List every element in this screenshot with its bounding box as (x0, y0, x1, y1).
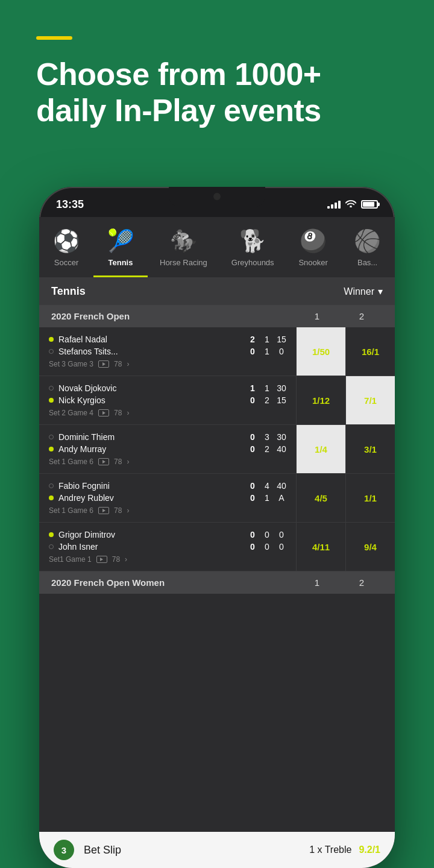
tennis-icon: 🎾 (107, 228, 134, 254)
chevron-down-icon: ▾ (378, 286, 383, 297)
bet-treble-odds: 9.2/1 (359, 844, 380, 855)
accent-bar (36, 36, 72, 40)
sport-navigation: ⚽ Soccer 🎾 Tennis 🏇 Horse Racing 🐕 Greyh… (39, 217, 395, 278)
tournament-name-1: 2020 French Open (51, 311, 130, 321)
greyhounds-icon: 🐕 (239, 228, 266, 254)
player-row-1: Rafael Nadal 2 1 15 (49, 335, 286, 344)
live-stream-icon-2 (98, 409, 109, 417)
table-row: Grigor Dimitrov 0 0 0 John Isner (39, 523, 395, 571)
status-time: 13:35 (56, 198, 84, 211)
battery-icon (361, 200, 378, 209)
table-row: Fabio Fognini 0 4 40 Andrey Rublev (39, 474, 395, 523)
tournament-col-headers-2: 1 2 (296, 577, 383, 588)
player-row-4: Nick Kyrgios 0 2 15 (49, 395, 286, 405)
basketball-icon: 🏀 (354, 228, 381, 254)
match-odds: 1/50 16/1 (296, 327, 395, 376)
player-row-5: Dominic Thiem 0 3 30 (49, 432, 286, 442)
soccer-icon: ⚽ (53, 228, 80, 254)
viewers-gt: › (127, 360, 129, 368)
tournament-header-1: 2020 French Open 1 2 (39, 305, 395, 327)
tennis-label: Tennis (108, 258, 133, 267)
match-meta-2: Set 2 Game 4 78 › (49, 409, 286, 417)
wifi-icon (345, 199, 356, 210)
odds-cell-10[interactable]: 9/4 (345, 523, 395, 571)
odds-cell-3[interactable]: 1/12 (296, 376, 345, 424)
odds-value-1: 1/50 (312, 347, 330, 357)
greyhounds-label: Greyhounds (231, 258, 274, 267)
basketball-label: Bas... (357, 258, 377, 267)
sidebar-item-basketball[interactable]: 🏀 Bas... (341, 228, 395, 277)
tournament-header-2: 2020 French Open Women 1 2 (39, 571, 395, 594)
sidebar-item-tennis[interactable]: 🎾 Tennis (93, 228, 148, 277)
snooker-icon: 🎱 (300, 228, 327, 254)
live-stream-icon-3 (98, 458, 109, 465)
viewers: 78 (114, 360, 122, 368)
table-row: Dominic Thiem 0 3 30 Andy Murray (39, 425, 395, 474)
col-header-2: 2 (341, 311, 383, 321)
horse-racing-label: Horse Racing (160, 258, 207, 267)
odds-cell-4[interactable]: 7/1 (345, 376, 395, 424)
odds-cell-2[interactable]: 16/1 (345, 327, 395, 376)
headline: Choose from 1000+daily In-Play events (36, 57, 398, 129)
serving-dot-3 (49, 447, 54, 451)
tournament-1: 2020 French Open 1 2 Rafael Nadal (39, 305, 395, 594)
sidebar-item-soccer[interactable]: ⚽ Soccer (39, 228, 93, 277)
bet-slip[interactable]: 3 Bet Slip 1 x Treble 9.2/1 (39, 832, 395, 868)
serving-dot-2 (49, 398, 54, 403)
live-stream-icon (98, 360, 109, 368)
live-stream-icon-5 (96, 556, 107, 563)
winner-dropdown[interactable]: Winner ▾ (344, 286, 383, 297)
match-meta: Set 3 Game 3 78 › (49, 360, 286, 368)
player-row-3: Novak Djokovic 1 1 30 (49, 383, 286, 393)
section-header: Tennis Winner ▾ (39, 278, 395, 305)
matches-scroll[interactable]: 2020 French Open 1 2 Rafael Nadal (39, 305, 395, 868)
score-group-2: 0 1 0 (248, 347, 286, 356)
sidebar-item-greyhounds[interactable]: 🐕 Greyhounds (219, 228, 286, 277)
odds-cell-5[interactable]: 1/4 (296, 425, 345, 473)
serving-dot (49, 337, 54, 342)
odds-cell-9[interactable]: 4/11 (296, 523, 345, 571)
player-row-2: Stefanos Tsits... 0 1 0 (49, 347, 286, 356)
col-header-1: 1 (296, 311, 338, 321)
odds-cell-1[interactable]: 1/50 (296, 327, 345, 376)
table-row: Rafael Nadal 2 1 15 Stefanos Tsits... (39, 327, 395, 376)
phone-notch (169, 187, 265, 207)
score-set-2: 0 (248, 347, 257, 356)
market-label: Winner (344, 286, 374, 297)
odds-value-2: 16/1 (362, 347, 379, 357)
page-background: Choose from 1000+daily In-Play events 13… (0, 0, 434, 868)
snooker-label: Snooker (298, 258, 327, 267)
odds-cell-7[interactable]: 4/5 (296, 474, 345, 522)
player-name: Rafael Nadal (58, 335, 243, 344)
odds-cell-8[interactable]: 1/1 (345, 474, 395, 522)
score-point-2: 0 (277, 347, 286, 356)
match-players-2: Novak Djokovic 1 1 30 Nick Kyrgios (39, 376, 296, 424)
app-content: ⚽ Soccer 🎾 Tennis 🏇 Horse Racing 🐕 Greyh… (39, 217, 395, 868)
section-title: Tennis (51, 285, 86, 298)
match-status: Set 3 Game 3 (49, 360, 93, 368)
score-game: 1 (262, 335, 272, 344)
sidebar-item-horse-racing[interactable]: 🏇 Horse Racing (148, 228, 219, 277)
bet-slip-label: Bet Slip (84, 844, 121, 857)
not-serving-dot (49, 386, 54, 391)
score-point: 15 (277, 335, 286, 344)
sidebar-item-snooker[interactable]: 🎱 Snooker (286, 228, 341, 277)
odds-cell-6[interactable]: 3/1 (345, 425, 395, 473)
table-row: Novak Djokovic 1 1 30 Nick Kyrgios (39, 376, 395, 425)
bet-treble-label: 1 x Treble (309, 844, 351, 855)
score-group-3: 1 1 30 (248, 383, 286, 393)
score-group: 2 1 15 (248, 335, 286, 344)
player-name-4: Nick Kyrgios (58, 395, 243, 405)
score-game-2: 1 (262, 347, 272, 356)
bet-count-badge: 3 (54, 840, 74, 860)
tournament-col-headers: 1 2 (296, 311, 383, 321)
camera-dot (213, 193, 221, 200)
signal-bars-icon (327, 201, 341, 209)
match-players-3: Dominic Thiem 0 3 30 Andy Murray (39, 425, 296, 473)
not-serving-dot (49, 349, 54, 354)
status-icons (327, 199, 378, 210)
not-serving-dot (49, 435, 54, 439)
player-name-3: Novak Djokovic (58, 383, 243, 393)
tournament-name-2: 2020 French Open Women (51, 577, 165, 588)
live-stream-icon-4 (98, 507, 109, 514)
